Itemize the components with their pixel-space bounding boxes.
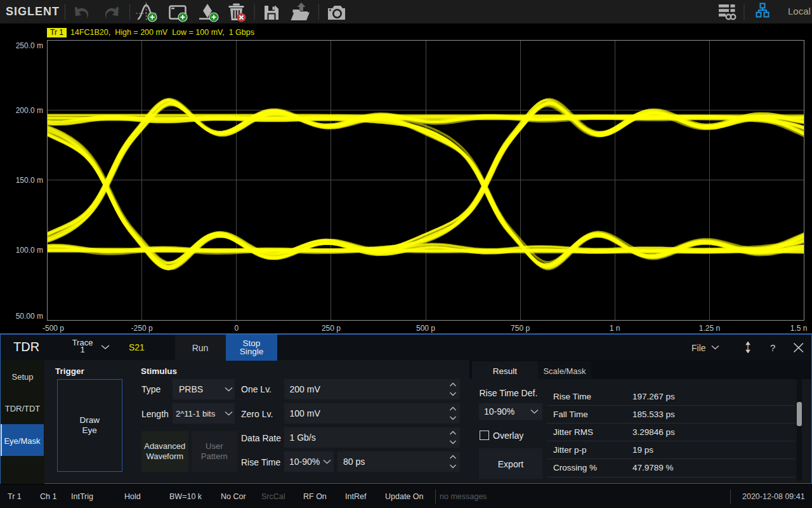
svg-text:100.0 m: 100.0 m [16,246,43,255]
svg-text:0: 0 [234,324,239,333]
svg-text:1.25 n: 1.25 n [699,324,720,333]
svg-text:250 p: 250 p [322,324,341,333]
svg-text:250.0 m: 250.0 m [16,41,43,50]
svg-text:750 p: 750 p [511,324,530,333]
svg-text:50.00 m: 50.00 m [16,312,43,321]
svg-text:200.0 m: 200.0 m [16,106,43,115]
svg-text:500 p: 500 p [416,324,435,333]
svg-text:-500 p: -500 p [43,324,64,333]
svg-text:150.0 m: 150.0 m [16,176,43,185]
svg-text:1 n: 1 n [610,324,620,333]
svg-text:-250 p: -250 p [131,324,153,333]
svg-text:1.5 n: 1.5 n [790,324,808,333]
